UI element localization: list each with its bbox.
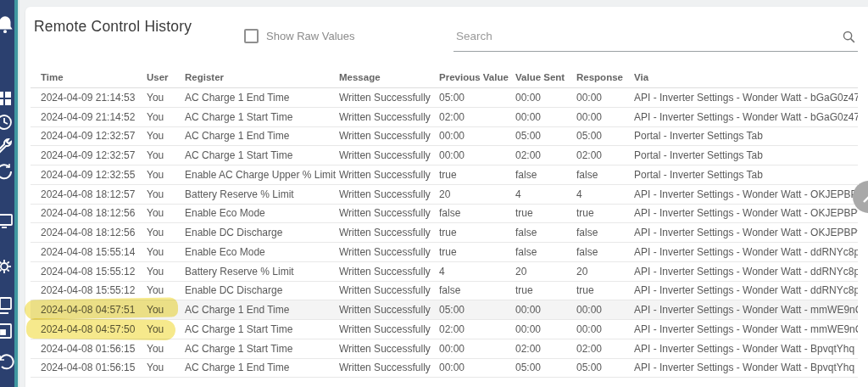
table-cell-previous_value: true [439, 169, 515, 181]
table-cell-register: Enable Eco Mode [185, 246, 339, 258]
column-header-register[interactable]: Register [185, 72, 339, 82]
clock-icon[interactable] [0, 112, 14, 132]
table-cell-value_sent: 00:00 [515, 92, 576, 104]
table-cell-value_sent: 05:00 [515, 130, 576, 142]
table-cell-message: Written Successfully [339, 188, 439, 200]
column-header-user[interactable]: User [147, 72, 185, 82]
search-icon[interactable] [842, 30, 856, 44]
grid-icon[interactable] [0, 88, 14, 109]
table-row[interactable]: 2024-04-09 12:32:57YouAC Charge 1 Start … [31, 146, 858, 165]
table-cell-value_sent: 00:00 [515, 323, 576, 335]
search-field [453, 25, 858, 52]
column-header-previous_value[interactable]: Previous Value [439, 72, 515, 82]
table-row[interactable]: 2024-04-08 18:12:56YouEnable Eco ModeWri… [31, 205, 858, 224]
table-cell-via: API - Inverter Settings - Wonder Watt - … [634, 304, 858, 316]
table-cell-message: Written Successfully [339, 149, 439, 161]
show-raw-values-toggle: Show Raw Values [244, 29, 355, 43]
sidebar [0, 0, 19, 387]
table-row[interactable]: 2024-04-09 21:14:53YouAC Charge 1 End Ti… [31, 88, 858, 108]
table-cell-via: API - Inverter Settings - Wonder Watt - … [634, 362, 858, 373]
copy-icon[interactable] [0, 295, 14, 316]
panel-icon[interactable] [0, 321, 14, 341]
wrench-icon[interactable] [0, 137, 14, 157]
table-cell-user: You [147, 207, 185, 219]
table-cell-register: AC Charge 1 End Time [185, 304, 339, 316]
search-input[interactable] [454, 29, 831, 43]
column-header-time[interactable]: Time [31, 72, 147, 82]
table-row[interactable]: 2024-04-08 01:56:15YouAC Charge 1 Start … [31, 339, 858, 359]
table-cell-message: Written Successfully [339, 227, 439, 238]
table-cell-time: 2024-04-09 12:32:57 [31, 130, 147, 142]
table-row[interactable]: 2024-04-08 18:12:56YouEnable DC Discharg… [31, 223, 858, 243]
table-cell-time: 2024-04-08 18:12:56 [31, 207, 147, 219]
table-row[interactable]: 2024-04-08 15:55:14YouEnable Eco ModeWri… [31, 243, 858, 262]
table-cell-user: You [147, 188, 185, 200]
table-cell-time: 2024-04-08 15:55:12 [31, 284, 147, 296]
page-title: Remote Control History [34, 18, 192, 36]
table-cell-response: true [576, 284, 634, 296]
table-cell-value_sent: 02:00 [515, 149, 576, 161]
table-cell-user: You [147, 149, 185, 161]
table-row[interactable]: 2024-04-08 04:57:51YouAC Charge 1 End Ti… [31, 300, 858, 320]
table-cell-previous_value: true [439, 246, 515, 258]
refresh-icon[interactable] [0, 161, 14, 182]
table-cell-via: Portal - Inverter Settings Tab [634, 130, 858, 142]
table-cell-user: You [147, 246, 185, 258]
table-row[interactable]: 2024-04-08 01:56:15YouAC Charge 1 End Ti… [31, 359, 858, 379]
table-body: 2024-04-09 21:14:53YouAC Charge 1 End Ti… [31, 88, 858, 378]
table-cell-register: AC Charge 1 End Time [185, 130, 339, 142]
table-cell-time: 2024-04-08 01:56:15 [31, 343, 147, 355]
table-cell-previous_value: 00:00 [439, 362, 515, 373]
content-card: Remote Control History Show Raw Values T… [25, 7, 868, 387]
table-cell-value_sent: 05:00 [515, 362, 576, 373]
table-cell-via: Portal - Inverter Settings Tab [634, 149, 858, 161]
gear-icon[interactable] [0, 256, 14, 277]
table-cell-time: 2024-04-09 21:14:52 [31, 111, 147, 123]
column-header-response[interactable]: Response [576, 72, 634, 82]
table-row[interactable]: 2024-04-08 04:57:50YouAC Charge 1 Start … [31, 320, 858, 339]
table-cell-user: You [147, 130, 185, 142]
table-cell-response: 05:00 [576, 130, 634, 142]
table-cell-message: Written Successfully [339, 304, 439, 316]
table-cell-time: 2024-04-08 18:12:57 [31, 188, 147, 200]
undo-icon[interactable] [0, 351, 14, 372]
table-cell-register: AC Charge 1 Start Time [185, 343, 339, 355]
table-row[interactable]: 2024-04-09 21:14:52YouAC Charge 1 Start … [31, 108, 858, 127]
table-cell-response: 4 [576, 188, 634, 200]
table-cell-register: Battery Reserve % Limit [185, 266, 339, 278]
table-cell-via: API - Inverter Settings - Wonder Watt - … [634, 188, 858, 200]
table-cell-message: Written Successfully [339, 111, 439, 123]
table-cell-time: 2024-04-08 18:12:56 [31, 227, 147, 238]
table-cell-user: You [147, 266, 185, 278]
table-cell-via: API - Inverter Settings - Wonder Watt - … [634, 207, 858, 219]
table-cell-previous_value: 05:00 [439, 92, 515, 104]
table-cell-time: 2024-04-09 12:32:57 [31, 149, 147, 161]
table-row[interactable]: 2024-04-09 12:32:55YouEnable AC Charge U… [31, 165, 858, 185]
show-raw-values-label: Show Raw Values [266, 30, 355, 42]
table-cell-register: Enable Eco Mode [185, 207, 339, 219]
pencil-icon [859, 187, 868, 207]
monitor-icon[interactable] [0, 210, 14, 231]
table-cell-message: Written Successfully [339, 266, 439, 278]
table-cell-response: 00:00 [576, 111, 634, 123]
column-header-message[interactable]: Message [339, 72, 439, 82]
column-header-via[interactable]: Via [634, 72, 858, 82]
column-header-value_sent[interactable]: Value Sent [515, 72, 576, 82]
table-cell-response: 20 [576, 266, 634, 278]
table-cell-via: API - Inverter Settings - Wonder Watt - … [634, 284, 858, 296]
table-cell-via: API - Inverter Settings - Wonder Watt - … [634, 323, 858, 335]
table-cell-user: You [147, 169, 185, 181]
table-cell-message: Written Successfully [339, 92, 439, 104]
table-cell-register: AC Charge 1 Start Time [185, 111, 339, 123]
table-cell-previous_value: 4 [439, 266, 515, 278]
table-row[interactable]: 2024-04-08 15:55:12YouBattery Reserve % … [31, 262, 858, 282]
table-row[interactable]: 2024-04-09 12:32:57YouAC Charge 1 End Ti… [31, 127, 858, 147]
show-raw-values-checkbox[interactable] [244, 29, 259, 43]
table-row[interactable]: 2024-04-08 18:12:57YouBattery Reserve % … [31, 185, 858, 205]
bell-icon[interactable] [0, 14, 16, 36]
table-cell-previous_value: 00:00 [439, 130, 515, 142]
table-row[interactable]: 2024-04-08 15:55:12YouEnable DC Discharg… [31, 282, 858, 301]
table-cell-value_sent: 02:00 [515, 343, 576, 355]
table-cell-value_sent: 00:00 [515, 304, 576, 316]
table-cell-response: 05:00 [576, 362, 634, 373]
